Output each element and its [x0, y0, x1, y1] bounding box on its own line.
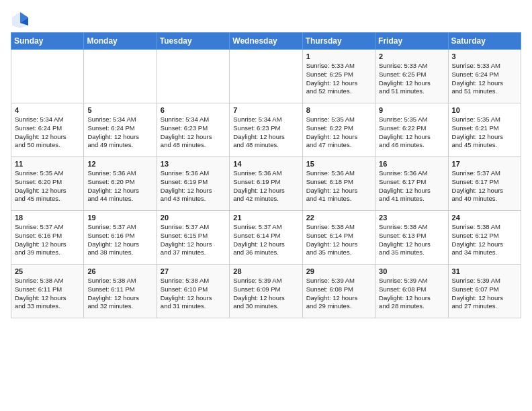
calendar-cell: 6Sunrise: 5:34 AM Sunset: 6:23 PM Daylig… [157, 103, 229, 157]
day-info: Sunrise: 5:38 AM Sunset: 6:10 PM Dayligh… [161, 277, 226, 311]
page-header [11, 11, 521, 30]
day-number: 14 [233, 160, 298, 168]
day-info: Sunrise: 5:37 AM Sunset: 6:16 PM Dayligh… [15, 223, 80, 257]
day-info: Sunrise: 5:36 AM Sunset: 6:20 PM Dayligh… [87, 169, 152, 203]
day-number: 27 [161, 267, 226, 275]
col-header-saturday: Saturday [448, 33, 521, 50]
day-info: Sunrise: 5:35 AM Sunset: 6:21 PM Dayligh… [452, 116, 517, 150]
day-info: Sunrise: 5:35 AM Sunset: 6:20 PM Dayligh… [15, 169, 80, 203]
day-info: Sunrise: 5:37 AM Sunset: 6:14 PM Dayligh… [233, 223, 298, 257]
day-info: Sunrise: 5:39 AM Sunset: 6:08 PM Dayligh… [379, 277, 444, 311]
day-info: Sunrise: 5:38 AM Sunset: 6:11 PM Dayligh… [87, 277, 152, 311]
calendar-cell: 29Sunrise: 5:39 AM Sunset: 6:08 PM Dayli… [302, 265, 375, 318]
day-number: 15 [306, 160, 371, 168]
day-info: Sunrise: 5:34 AM Sunset: 6:24 PM Dayligh… [15, 116, 80, 150]
calendar-table: SundayMondayTuesdayWednesdayThursdayFrid… [11, 32, 521, 318]
day-info: Sunrise: 5:38 AM Sunset: 6:12 PM Dayligh… [452, 223, 517, 257]
calendar-cell: 19Sunrise: 5:37 AM Sunset: 6:16 PM Dayli… [84, 211, 157, 265]
day-info: Sunrise: 5:34 AM Sunset: 6:23 PM Dayligh… [233, 116, 298, 150]
calendar-cell: 25Sunrise: 5:38 AM Sunset: 6:11 PM Dayli… [11, 265, 84, 318]
day-info: Sunrise: 5:38 AM Sunset: 6:13 PM Dayligh… [379, 223, 444, 257]
day-info: Sunrise: 5:37 AM Sunset: 6:15 PM Dayligh… [161, 223, 226, 257]
day-info: Sunrise: 5:39 AM Sunset: 6:09 PM Dayligh… [233, 277, 298, 311]
calendar-cell: 13Sunrise: 5:36 AM Sunset: 6:19 PM Dayli… [157, 157, 229, 211]
day-info: Sunrise: 5:33 AM Sunset: 6:25 PM Dayligh… [379, 62, 444, 96]
week-row-4: 18Sunrise: 5:37 AM Sunset: 6:16 PM Dayli… [11, 211, 521, 265]
day-info: Sunrise: 5:37 AM Sunset: 6:17 PM Dayligh… [452, 169, 517, 203]
day-info: Sunrise: 5:34 AM Sunset: 6:23 PM Dayligh… [161, 116, 226, 150]
day-number: 1 [306, 52, 371, 60]
day-number: 30 [379, 267, 444, 275]
col-header-tuesday: Tuesday [157, 33, 229, 50]
calendar-cell: 20Sunrise: 5:37 AM Sunset: 6:15 PM Dayli… [157, 211, 229, 265]
col-header-thursday: Thursday [302, 33, 375, 50]
day-info: Sunrise: 5:39 AM Sunset: 6:08 PM Dayligh… [306, 277, 371, 311]
day-number: 25 [15, 267, 80, 275]
day-info: Sunrise: 5:34 AM Sunset: 6:24 PM Dayligh… [87, 116, 152, 150]
day-info: Sunrise: 5:35 AM Sunset: 6:22 PM Dayligh… [306, 116, 371, 150]
day-number: 31 [452, 267, 517, 275]
calendar-cell: 8Sunrise: 5:35 AM Sunset: 6:22 PM Daylig… [302, 103, 375, 157]
day-number: 10 [452, 106, 517, 114]
calendar-cell: 17Sunrise: 5:37 AM Sunset: 6:17 PM Dayli… [448, 157, 521, 211]
day-number: 23 [379, 214, 444, 222]
calendar-cell: 26Sunrise: 5:38 AM Sunset: 6:11 PM Dayli… [84, 265, 157, 318]
calendar-cell: 11Sunrise: 5:35 AM Sunset: 6:20 PM Dayli… [11, 157, 84, 211]
day-number: 6 [161, 106, 226, 114]
day-number: 8 [306, 106, 371, 114]
calendar-cell: 5Sunrise: 5:34 AM Sunset: 6:24 PM Daylig… [84, 103, 157, 157]
calendar-cell: 4Sunrise: 5:34 AM Sunset: 6:24 PM Daylig… [11, 103, 84, 157]
calendar-cell [11, 50, 84, 103]
day-info: Sunrise: 5:37 AM Sunset: 6:16 PM Dayligh… [87, 223, 152, 257]
day-number: 19 [87, 214, 152, 222]
calendar-cell: 30Sunrise: 5:39 AM Sunset: 6:08 PM Dayli… [375, 265, 448, 318]
day-number: 12 [87, 160, 152, 168]
calendar-cell: 2Sunrise: 5:33 AM Sunset: 6:25 PM Daylig… [375, 50, 448, 103]
col-header-monday: Monday [84, 33, 157, 50]
calendar-cell [230, 50, 302, 103]
day-number: 24 [452, 214, 517, 222]
day-number: 17 [452, 160, 517, 168]
day-number: 2 [379, 52, 444, 60]
day-info: Sunrise: 5:36 AM Sunset: 6:19 PM Dayligh… [161, 169, 226, 203]
calendar-cell: 7Sunrise: 5:34 AM Sunset: 6:23 PM Daylig… [230, 103, 302, 157]
day-info: Sunrise: 5:39 AM Sunset: 6:07 PM Dayligh… [452, 277, 517, 311]
day-number: 5 [87, 106, 152, 114]
calendar-cell: 15Sunrise: 5:36 AM Sunset: 6:18 PM Dayli… [302, 157, 375, 211]
calendar-cell: 21Sunrise: 5:37 AM Sunset: 6:14 PM Dayli… [230, 211, 302, 265]
day-number: 20 [161, 214, 226, 222]
day-info: Sunrise: 5:36 AM Sunset: 6:17 PM Dayligh… [379, 169, 444, 203]
day-info: Sunrise: 5:38 AM Sunset: 6:11 PM Dayligh… [15, 277, 80, 311]
calendar-cell: 10Sunrise: 5:35 AM Sunset: 6:21 PM Dayli… [448, 103, 521, 157]
calendar-cell: 16Sunrise: 5:36 AM Sunset: 6:17 PM Dayli… [375, 157, 448, 211]
col-header-wednesday: Wednesday [230, 33, 302, 50]
week-row-5: 25Sunrise: 5:38 AM Sunset: 6:11 PM Dayli… [11, 265, 521, 318]
calendar-cell: 18Sunrise: 5:37 AM Sunset: 6:16 PM Dayli… [11, 211, 84, 265]
calendar-cell: 22Sunrise: 5:38 AM Sunset: 6:14 PM Dayli… [302, 211, 375, 265]
col-header-sunday: Sunday [11, 33, 84, 50]
day-info: Sunrise: 5:33 AM Sunset: 6:25 PM Dayligh… [306, 62, 371, 96]
day-number: 26 [87, 267, 152, 275]
day-number: 18 [15, 214, 80, 222]
calendar-cell [157, 50, 229, 103]
day-info: Sunrise: 5:36 AM Sunset: 6:19 PM Dayligh… [233, 169, 298, 203]
calendar-cell: 27Sunrise: 5:38 AM Sunset: 6:10 PM Dayli… [157, 265, 229, 318]
calendar-cell: 1Sunrise: 5:33 AM Sunset: 6:25 PM Daylig… [302, 50, 375, 103]
week-row-1: 1Sunrise: 5:33 AM Sunset: 6:25 PM Daylig… [11, 50, 521, 103]
calendar-cell: 23Sunrise: 5:38 AM Sunset: 6:13 PM Dayli… [375, 211, 448, 265]
day-number: 7 [233, 106, 298, 114]
day-info: Sunrise: 5:35 AM Sunset: 6:22 PM Dayligh… [379, 116, 444, 150]
logo [11, 11, 32, 30]
week-row-2: 4Sunrise: 5:34 AM Sunset: 6:24 PM Daylig… [11, 103, 521, 157]
day-number: 16 [379, 160, 444, 168]
calendar-cell: 31Sunrise: 5:39 AM Sunset: 6:07 PM Dayli… [448, 265, 521, 318]
calendar-cell: 12Sunrise: 5:36 AM Sunset: 6:20 PM Dayli… [84, 157, 157, 211]
day-info: Sunrise: 5:38 AM Sunset: 6:14 PM Dayligh… [306, 223, 371, 257]
day-number: 11 [15, 160, 80, 168]
day-info: Sunrise: 5:36 AM Sunset: 6:18 PM Dayligh… [306, 169, 371, 203]
calendar-cell [84, 50, 157, 103]
calendar-cell: 24Sunrise: 5:38 AM Sunset: 6:12 PM Dayli… [448, 211, 521, 265]
calendar-cell: 3Sunrise: 5:33 AM Sunset: 6:24 PM Daylig… [448, 50, 521, 103]
week-row-3: 11Sunrise: 5:35 AM Sunset: 6:20 PM Dayli… [11, 157, 521, 211]
day-number: 22 [306, 214, 371, 222]
